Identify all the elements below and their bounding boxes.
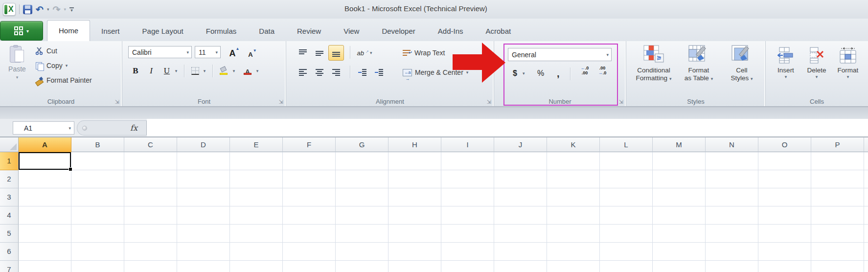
tab-insert[interactable]: Insert bbox=[90, 22, 131, 41]
format-cells-dropdown-arrow[interactable]: ▾ bbox=[833, 74, 863, 79]
insert-cells-dropdown-arrow[interactable]: ▾ bbox=[772, 74, 800, 79]
cell-G7[interactable] bbox=[336, 261, 388, 272]
select-all-button[interactable] bbox=[0, 137, 19, 152]
cell-P1[interactable] bbox=[811, 152, 864, 170]
cell-B3[interactable] bbox=[71, 188, 124, 206]
alignment-dialog-launcher-icon[interactable]: ⇲ bbox=[487, 99, 491, 105]
cell-O4[interactable] bbox=[758, 206, 811, 225]
tab-page-layout[interactable]: Page Layout bbox=[131, 22, 195, 41]
row-header-4[interactable]: 4 bbox=[0, 206, 19, 225]
paste-dropdown-arrow[interactable]: ▾ bbox=[4, 75, 30, 80]
font-name-dropdown-arrow[interactable]: ▾ bbox=[186, 50, 189, 55]
cell-P2[interactable] bbox=[811, 170, 864, 188]
row-header-3[interactable]: 3 bbox=[0, 188, 19, 206]
row-header-2[interactable]: 2 bbox=[0, 170, 19, 188]
cell-G3[interactable] bbox=[336, 188, 388, 206]
cell-styles-button[interactable]: Cell Styles ▾ bbox=[722, 43, 761, 83]
tab-add-ins[interactable]: Add-Ins bbox=[427, 22, 475, 41]
cut-button[interactable]: Cut bbox=[35, 45, 57, 57]
cell-J6[interactable] bbox=[494, 243, 547, 261]
cell-G1[interactable] bbox=[336, 152, 388, 170]
cell-D3[interactable] bbox=[177, 188, 230, 206]
column-header-j[interactable]: J bbox=[494, 137, 547, 152]
cell-E5[interactable] bbox=[230, 225, 283, 243]
align-center-button[interactable] bbox=[312, 65, 327, 80]
name-box[interactable]: A1 ▾ bbox=[13, 121, 74, 135]
column-header-partial[interactable] bbox=[864, 137, 868, 152]
cell-M1[interactable] bbox=[653, 152, 706, 170]
number-dialog-launcher-icon[interactable]: ⇲ bbox=[619, 99, 623, 105]
cell-C5[interactable] bbox=[124, 225, 177, 243]
column-header-c[interactable]: C bbox=[124, 137, 177, 152]
cell-E3[interactable] bbox=[230, 188, 283, 206]
font-color-button[interactable]: A bbox=[242, 64, 253, 78]
cell-J5[interactable] bbox=[494, 225, 547, 243]
cell-N7[interactable] bbox=[706, 261, 758, 272]
cell-G5[interactable] bbox=[336, 225, 388, 243]
cell-B6[interactable] bbox=[71, 243, 124, 261]
cell-F1[interactable] bbox=[283, 152, 336, 170]
cell-B5[interactable] bbox=[71, 225, 124, 243]
cell-partial2[interactable] bbox=[864, 170, 868, 188]
column-header-h[interactable]: H bbox=[388, 137, 441, 152]
cell-H7[interactable] bbox=[388, 261, 441, 272]
middle-align-button[interactable] bbox=[312, 45, 327, 61]
cell-A6[interactable] bbox=[19, 243, 71, 261]
cell-D4[interactable] bbox=[177, 206, 230, 225]
file-button[interactable]: ▾ bbox=[0, 21, 43, 41]
cell-N4[interactable] bbox=[706, 206, 758, 225]
row-header-6[interactable]: 6 bbox=[0, 243, 19, 261]
cell-C4[interactable] bbox=[124, 206, 177, 225]
cell-I1[interactable] bbox=[441, 152, 494, 170]
cell-A2[interactable] bbox=[19, 170, 71, 188]
cell-H5[interactable] bbox=[388, 225, 441, 243]
cell-F6[interactable] bbox=[283, 243, 336, 261]
cell-A5[interactable] bbox=[19, 225, 71, 243]
cell-K6[interactable] bbox=[547, 243, 600, 261]
cell-A7[interactable] bbox=[19, 261, 71, 272]
cell-O5[interactable] bbox=[758, 225, 811, 243]
decrease-font-size-button[interactable]: A▼ bbox=[244, 47, 257, 62]
copy-button[interactable]: Copy ▾ bbox=[35, 60, 68, 71]
cell-J1[interactable] bbox=[494, 152, 547, 170]
column-header-n[interactable]: N bbox=[706, 137, 758, 152]
borders-button[interactable] bbox=[190, 64, 201, 78]
cell-partial4[interactable] bbox=[864, 206, 868, 225]
cell-J4[interactable] bbox=[494, 206, 547, 225]
cell-O7[interactable] bbox=[758, 261, 811, 272]
increase-font-size-button[interactable]: A▲ bbox=[225, 46, 240, 61]
align-right-button[interactable] bbox=[328, 65, 344, 80]
cell-P4[interactable] bbox=[811, 206, 864, 225]
font-size-combo[interactable]: 11 ▾ bbox=[195, 46, 221, 58]
increase-indent-button[interactable] bbox=[371, 65, 387, 80]
cell-C2[interactable] bbox=[124, 170, 177, 188]
copy-dropdown-arrow[interactable]: ▾ bbox=[66, 63, 68, 68]
insert-cells-button[interactable]: Insert ▾ bbox=[772, 45, 800, 79]
name-box-dropdown-arrow[interactable]: ▾ bbox=[69, 126, 71, 131]
column-header-d[interactable]: D bbox=[177, 137, 230, 152]
cell-K7[interactable] bbox=[547, 261, 600, 272]
orientation-button[interactable]: ab→ ▾ bbox=[355, 45, 374, 61]
cell-I4[interactable] bbox=[441, 206, 494, 225]
underline-dropdown-arrow[interactable]: ▾ bbox=[173, 64, 180, 78]
cell-M6[interactable] bbox=[653, 243, 706, 261]
cell-N3[interactable] bbox=[706, 188, 758, 206]
cell-F5[interactable] bbox=[283, 225, 336, 243]
cell-J7[interactable] bbox=[494, 261, 547, 272]
cell-F4[interactable] bbox=[283, 206, 336, 225]
cell-partial5[interactable] bbox=[864, 225, 868, 243]
insert-function-button[interactable]: fx bbox=[130, 123, 137, 133]
cell-partial7[interactable] bbox=[864, 261, 868, 272]
cell-I6[interactable] bbox=[441, 243, 494, 261]
cell-F3[interactable] bbox=[283, 188, 336, 206]
cell-M3[interactable] bbox=[653, 188, 706, 206]
cell-J2[interactable] bbox=[494, 170, 547, 188]
wrap-text-button[interactable]: ↵ Wrap Text bbox=[403, 46, 445, 60]
cell-E6[interactable] bbox=[230, 243, 283, 261]
column-header-g[interactable]: G bbox=[336, 137, 388, 152]
cell-B4[interactable] bbox=[71, 206, 124, 225]
cell-C3[interactable] bbox=[124, 188, 177, 206]
cell-L4[interactable] bbox=[600, 206, 653, 225]
underline-button[interactable]: U bbox=[160, 64, 173, 78]
save-icon[interactable] bbox=[23, 5, 32, 14]
